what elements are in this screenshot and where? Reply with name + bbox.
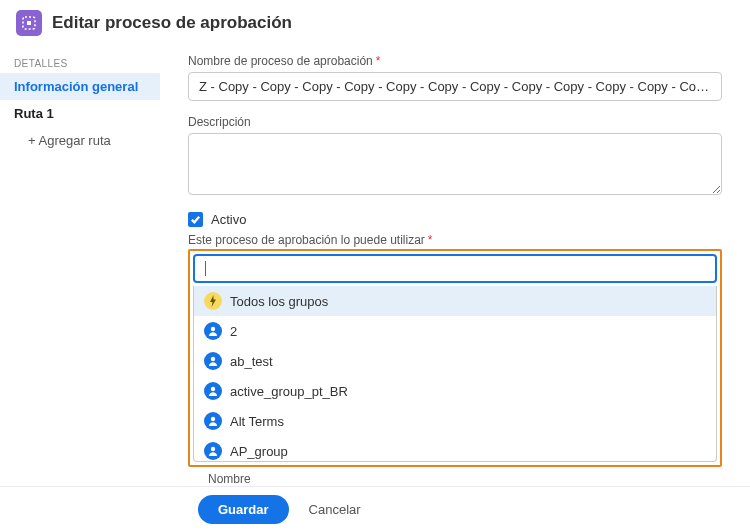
main-panel: Nombre de proceso de aprobación* Z - Cop… xyxy=(160,48,750,486)
description-label: Descripción xyxy=(188,115,722,129)
required-star: * xyxy=(376,54,381,68)
svg-rect-1 xyxy=(27,21,31,25)
usable-by-input[interactable] xyxy=(193,254,717,283)
sidebar-heading: DETALLES xyxy=(0,54,160,73)
required-star: * xyxy=(428,233,433,247)
person-icon xyxy=(204,322,222,340)
save-button[interactable]: Guardar xyxy=(198,495,289,524)
svg-point-5 xyxy=(211,417,215,421)
process-name-label: Nombre de proceso de aprobación* xyxy=(188,54,722,68)
usable-by-dropdown[interactable]: Todos los grupos 2 ab_test active_group_… xyxy=(193,286,717,462)
active-checkbox-row: Activo xyxy=(188,212,722,227)
person-icon xyxy=(204,352,222,370)
sidebar-item-route-1[interactable]: Ruta 1 xyxy=(0,100,160,127)
field-process-name: Nombre de proceso de aprobación* Z - Cop… xyxy=(188,54,722,101)
field-description: Descripción xyxy=(188,115,722,198)
active-checkbox[interactable] xyxy=(188,212,203,227)
footer-bar: Guardar Cancelar xyxy=(0,486,750,532)
sidebar: DETALLES Información general Ruta 1 + Ag… xyxy=(0,48,160,486)
dropdown-item-all-groups[interactable]: Todos los grupos xyxy=(194,286,716,316)
dropdown-item[interactable]: Alt Terms xyxy=(194,406,716,436)
dropdown-item[interactable]: 2 xyxy=(194,316,716,346)
stage-name-field: Nombre xyxy=(208,472,702,486)
page-title: Editar proceso de aprobación xyxy=(52,13,292,33)
sidebar-add-route[interactable]: + Agregar ruta xyxy=(0,127,160,154)
svg-point-2 xyxy=(211,327,215,331)
usable-by-combobox-highlighted: Todos los grupos 2 ab_test active_group_… xyxy=(188,249,722,467)
svg-point-3 xyxy=(211,357,215,361)
bolt-icon xyxy=(204,292,222,310)
dropdown-item[interactable]: ab_test xyxy=(194,346,716,376)
page-header: Editar proceso de aprobación xyxy=(0,0,750,48)
process-name-input[interactable]: Z - Copy - Copy - Copy - Copy - Copy - C… xyxy=(188,72,722,101)
person-icon xyxy=(204,412,222,430)
active-label: Activo xyxy=(211,212,246,227)
cancel-button[interactable]: Cancelar xyxy=(309,502,361,517)
approval-process-icon xyxy=(16,10,42,36)
stage-name-label: Nombre xyxy=(208,472,702,486)
description-textarea[interactable] xyxy=(188,133,722,195)
person-icon xyxy=(204,442,222,460)
dropdown-item[interactable]: active_group_pt_BR xyxy=(194,376,716,406)
svg-point-4 xyxy=(211,387,215,391)
main-layout: DETALLES Información general Ruta 1 + Ag… xyxy=(0,48,750,486)
sidebar-item-general[interactable]: Información general xyxy=(0,73,160,100)
text-cursor xyxy=(205,261,206,276)
person-icon xyxy=(204,382,222,400)
dropdown-item[interactable]: AP_group xyxy=(194,436,716,462)
usable-by-label: Este proceso de aprobación lo puede util… xyxy=(188,233,722,247)
svg-point-6 xyxy=(211,447,215,451)
